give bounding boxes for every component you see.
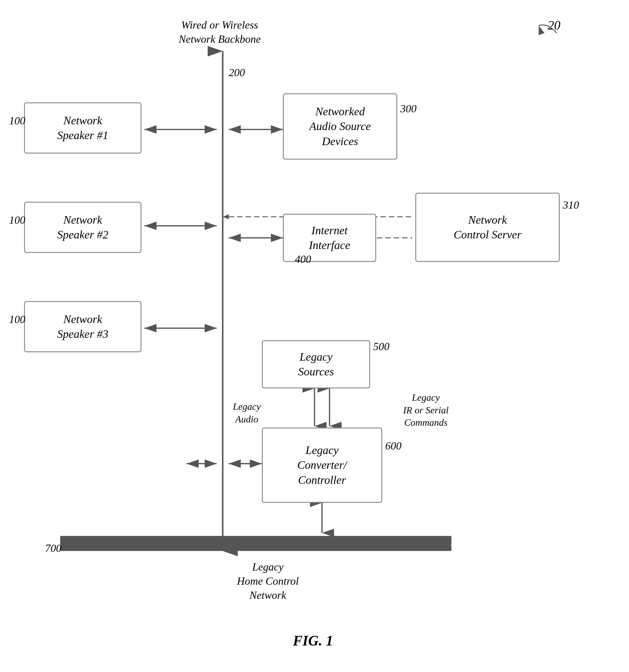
speaker1-ref: 100	[9, 114, 25, 127]
ncs-ref: 310	[563, 199, 579, 211]
backbone-ref: 200	[229, 66, 245, 79]
legacy-audio-label: LegacyAudio	[217, 401, 277, 426]
bottom-bus-bar2	[60, 545, 451, 551]
legacy-sources-box: LegacySources	[262, 340, 370, 388]
internet-interface-ref: 400	[295, 253, 311, 266]
speaker1-box: NetworkSpeaker #1	[24, 102, 142, 153]
network-control-server-box: NetworkControl Server	[415, 193, 560, 262]
speaker3-ref: 100	[9, 313, 25, 326]
bottom-bus-label: LegacyHome ControlNetwork	[211, 560, 325, 602]
speaker2-box: NetworkSpeaker #2	[24, 202, 142, 253]
speaker2-ref: 100	[9, 214, 25, 226]
legacy-converter-ref: 600	[385, 439, 401, 452]
figure-label: FIG. 1	[256, 632, 370, 649]
audio-source-ref: 300	[400, 102, 417, 115]
legacy-converter-box: LegacyConverter/Controller	[262, 428, 382, 503]
backbone-label: Wired or WirelessNetwork Backbone	[166, 18, 274, 46]
audio-source-box: NetworkedAudio SourceDevices	[283, 93, 397, 160]
legacy-sources-ref: 500	[373, 340, 389, 353]
svg-marker-14	[223, 214, 229, 219]
speaker3-box: NetworkSpeaker #3	[24, 301, 142, 352]
bottom-bus-bar	[60, 536, 451, 545]
bottom-bus-ref: 700	[45, 542, 61, 555]
legacy-ir-label: LegacyIR or SerialCommands	[385, 391, 467, 429]
